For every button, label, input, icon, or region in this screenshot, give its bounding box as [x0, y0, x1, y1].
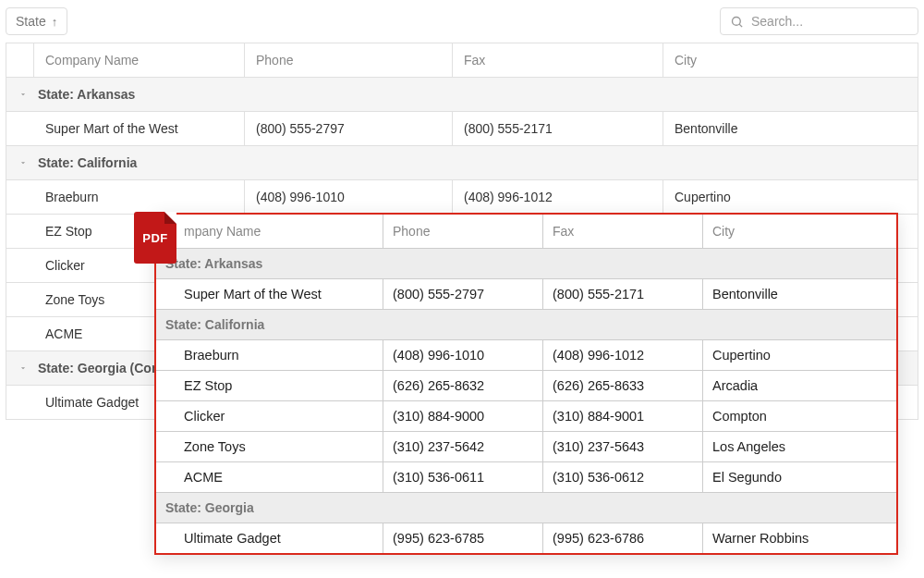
pdf-table-row: EZ Stop(626) 265-8632(626) 265-8633Arcad… — [156, 371, 896, 401]
pdf-cell-phone: (310) 237-5642 — [383, 432, 543, 461]
pdf-table-row: Ultimate Gadget(995) 623-6785(995) 623-6… — [156, 523, 896, 553]
cell-phone: (800) 555-2797 — [245, 112, 453, 145]
grid-header-phone[interactable]: Phone — [245, 43, 453, 77]
svg-line-1 — [739, 24, 742, 27]
pdf-table-row: Super Mart of the West(800) 555-2797(800… — [156, 279, 896, 310]
pdf-header-city: City — [703, 215, 896, 248]
pdf-cell-phone: (626) 265-8632 — [383, 371, 543, 400]
pdf-group-row: State: Arkansas — [156, 249, 896, 279]
grid-header-fax[interactable]: Fax — [453, 43, 663, 77]
expand-spacer — [6, 386, 34, 419]
group-label: State: California — [34, 155, 137, 170]
expand-spacer — [6, 215, 34, 248]
pdf-cell-fax: (310) 237-5643 — [543, 432, 703, 461]
pdf-cell-city: Bentonville — [703, 279, 896, 309]
search-box[interactable] — [720, 7, 918, 35]
pdf-header-company: mpany Name — [156, 215, 383, 248]
cell-city: Bentonville — [663, 112, 918, 145]
group-label: State: Arkansas — [34, 87, 135, 102]
cell-fax: (800) 555-2171 — [453, 112, 663, 145]
pdf-icon: PDF — [134, 212, 176, 264]
grid-header-expand-col — [6, 43, 34, 77]
pdf-group-row: State: California — [156, 310, 896, 340]
pdf-cell-city: Los Angeles — [703, 432, 896, 461]
chevron-down-icon[interactable] — [12, 90, 34, 99]
pdf-cell-fax: (995) 623-6786 — [543, 523, 703, 553]
group-chip-label: State — [16, 14, 46, 29]
pdf-cell-city: Compton — [703, 401, 896, 431]
chevron-down-icon[interactable] — [12, 158, 34, 167]
pdf-cell-city: El Segundo — [703, 462, 896, 492]
pdf-cell-fax: (626) 265-8633 — [543, 371, 703, 400]
svg-point-0 — [733, 17, 741, 25]
pdf-table-row: ACME(310) 536-0611(310) 536-0612El Segun… — [156, 462, 896, 493]
pdf-cell-city: Cupertino — [703, 340, 896, 370]
pdf-cell-company: Zone Toys — [156, 432, 383, 461]
cell-city: Cupertino — [663, 180, 918, 214]
pdf-cell-phone: (310) 884-9000 — [383, 401, 543, 431]
chevron-down-icon[interactable] — [12, 363, 34, 373]
pdf-cell-company: Ultimate Gadget — [156, 523, 383, 553]
group-row[interactable]: State: California — [6, 146, 918, 180]
pdf-cell-fax: (310) 536-0612 — [543, 462, 703, 492]
pdf-cell-company: EZ Stop — [156, 371, 383, 400]
grid-header-city[interactable]: City — [663, 43, 918, 77]
pdf-cell-fax: (408) 996-1012 — [543, 340, 703, 370]
pdf-table-row: Zone Toys(310) 237-5642(310) 237-5643Los… — [156, 432, 896, 462]
pdf-cell-fax: (310) 884-9001 — [543, 401, 703, 431]
pdf-cell-company: Braeburn — [156, 340, 383, 370]
pdf-table-row: Braeburn(408) 996-1010(408) 996-1012Cupe… — [156, 340, 896, 371]
pdf-cell-city: Arcadia — [703, 371, 896, 400]
grid-header-company[interactable]: Company Name — [34, 43, 245, 77]
toolbar: State ↑ — [0, 0, 924, 43]
sort-asc-icon: ↑ — [52, 15, 58, 29]
pdf-header-fax: Fax — [543, 215, 703, 248]
search-input[interactable] — [751, 14, 908, 29]
group-by-state-chip[interactable]: State ↑ — [6, 7, 67, 35]
expand-spacer — [6, 180, 34, 214]
pdf-cell-company: Clicker — [156, 401, 383, 431]
cell-company: Super Mart of the West — [34, 112, 245, 145]
pdf-header: mpany Name Phone Fax City — [156, 215, 896, 249]
table-row[interactable]: Braeburn(408) 996-1010(408) 996-1012Cupe… — [6, 180, 918, 215]
grid-header: Company Name Phone Fax City — [6, 43, 918, 78]
expand-spacer — [6, 317, 34, 350]
pdf-cell-fax: (800) 555-2171 — [543, 279, 703, 309]
cell-fax: (408) 996-1012 — [453, 180, 663, 214]
pdf-cell-city: Warner Robbins — [703, 523, 896, 553]
pdf-cell-company: ACME — [156, 462, 383, 492]
pdf-cell-phone: (995) 623-6785 — [383, 523, 543, 553]
pdf-cell-phone: (408) 996-1010 — [383, 340, 543, 370]
pdf-export-preview: PDF mpany Name Phone Fax City State: Ark… — [154, 213, 898, 555]
pdf-cell-phone: (310) 536-0611 — [383, 462, 543, 492]
pdf-group-row: State: Georgia — [156, 493, 896, 523]
pdf-body: State: ArkansasSuper Mart of the West(80… — [156, 249, 896, 553]
cell-phone: (408) 996-1010 — [245, 180, 453, 214]
group-row[interactable]: State: Arkansas — [6, 78, 918, 112]
expand-spacer — [6, 283, 34, 316]
expand-spacer — [6, 249, 34, 282]
cell-company: Braeburn — [34, 180, 245, 214]
pdf-table-row: Clicker(310) 884-9000(310) 884-9001Compt… — [156, 401, 896, 432]
table-row[interactable]: Super Mart of the West(800) 555-2797(800… — [6, 112, 918, 146]
expand-spacer — [6, 112, 34, 145]
pdf-badge-label: PDF — [142, 231, 168, 245]
pdf-cell-phone: (800) 555-2797 — [383, 279, 543, 309]
pdf-header-phone: Phone — [383, 215, 543, 248]
pdf-cell-company: Super Mart of the West — [156, 279, 383, 309]
search-icon — [730, 15, 744, 29]
